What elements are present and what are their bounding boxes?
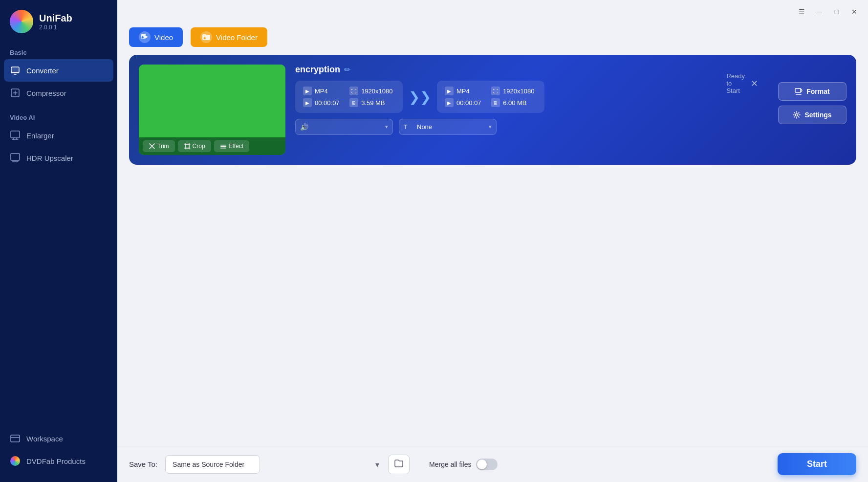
output-format: MP4 bbox=[456, 88, 470, 95]
video-card: Trim Crop bbox=[129, 55, 856, 165]
source-size: 3.59 MB bbox=[361, 99, 385, 107]
audio-select[interactable] bbox=[295, 119, 393, 135]
audio-select-wrapper: 🔊 ▾ bbox=[295, 119, 393, 135]
sidebar-item-converter[interactable]: Converter bbox=[4, 59, 113, 82]
menu-button[interactable]: ☰ bbox=[794, 4, 809, 20]
effect-button[interactable]: Effect bbox=[214, 140, 249, 152]
source-res-icon: ⛶ bbox=[349, 87, 358, 95]
content-area: Trim Crop bbox=[117, 55, 868, 446]
source-size-item: 🗎 3.59 MB bbox=[349, 98, 395, 107]
browse-folder-button[interactable] bbox=[388, 455, 410, 474]
add-folder-icon bbox=[200, 31, 212, 43]
source-size-icon: 🗎 bbox=[349, 98, 358, 107]
app-name: UniFab bbox=[39, 12, 72, 24]
source-play-icon: ▶ bbox=[303, 87, 312, 95]
edit-title-icon[interactable]: ✏ bbox=[344, 65, 350, 74]
sidebar-item-dvdfab[interactable]: DVDFab Products bbox=[0, 450, 117, 472]
ready-label: Ready to Start bbox=[726, 72, 745, 94]
dvdfab-icon bbox=[10, 456, 21, 466]
sidebar-item-hdr-upscaler[interactable]: HDR Upscaler bbox=[0, 147, 117, 169]
compressor-icon bbox=[10, 88, 21, 98]
logo-area: UniFab 2.0.0.1 bbox=[0, 0, 117, 45]
crop-button[interactable]: Crop bbox=[178, 140, 211, 152]
video-controls-bar: Trim Crop bbox=[139, 137, 285, 155]
svg-rect-3 bbox=[11, 131, 20, 138]
crop-label: Crop bbox=[193, 143, 205, 150]
video-info: encryption ✏ ▶ MP4 ⛶ 1920x1080 bbox=[295, 65, 846, 135]
svg-rect-10 bbox=[220, 148, 226, 149]
video-preview bbox=[139, 65, 285, 137]
add-video-button[interactable]: Video bbox=[129, 27, 183, 47]
trim-button[interactable]: Trim bbox=[143, 140, 175, 152]
merge-section: Merge all files bbox=[429, 459, 498, 470]
hdr-icon bbox=[10, 153, 21, 163]
window-controls: ☰ ─ □ ✕ bbox=[794, 4, 862, 20]
output-info-box: ▶ MP4 ⛶ 1920x1080 ▶ 00:00:07 bbox=[437, 81, 544, 113]
save-location-wrapper: Same as Source Folder ▾ bbox=[165, 455, 384, 474]
app-version: 2.0.0.1 bbox=[39, 24, 72, 31]
svg-rect-9 bbox=[220, 146, 226, 147]
save-to-label: Save To: bbox=[129, 460, 157, 468]
subtitle-select-wrapper: T None ▾ bbox=[399, 119, 497, 135]
output-size: 6.00 MB bbox=[503, 99, 526, 107]
workspace-icon bbox=[10, 433, 21, 444]
svg-point-12 bbox=[796, 114, 798, 116]
output-dur-icon: ▶ bbox=[445, 98, 454, 107]
enlarger-label: Enlarger bbox=[26, 131, 54, 140]
format-btn-label: Format bbox=[806, 88, 829, 95]
source-info-box: ▶ MP4 ⛶ 1920x1080 ▶ 00:00:07 bbox=[295, 81, 403, 113]
output-resolution-item: ⛶ 1920x1080 bbox=[491, 87, 537, 95]
close-button[interactable]: ✕ bbox=[846, 4, 862, 20]
output-format-item: ▶ MP4 bbox=[445, 87, 483, 95]
subtitle-select[interactable]: None bbox=[399, 119, 497, 135]
sidebar-item-compressor[interactable]: Compressor bbox=[0, 82, 117, 104]
output-res-icon: ⛶ bbox=[491, 87, 500, 95]
merge-label: Merge all files bbox=[429, 460, 471, 468]
svg-rect-6 bbox=[141, 34, 146, 39]
minimize-button[interactable]: ─ bbox=[811, 4, 827, 20]
ready-badge: Ready to Start ✕ bbox=[726, 72, 761, 94]
toolbar: Video Video Folder bbox=[117, 20, 868, 55]
video-title: encryption bbox=[295, 65, 340, 75]
svg-rect-8 bbox=[220, 145, 226, 146]
close-card-button[interactable]: ✕ bbox=[748, 77, 761, 90]
source-resolution: 1920x1080 bbox=[361, 88, 392, 95]
source-resolution-item: ⛶ 1920x1080 bbox=[349, 87, 395, 95]
source-dur-icon: ▶ bbox=[303, 98, 312, 107]
converter-label: Converter bbox=[26, 66, 59, 75]
start-button[interactable]: Start bbox=[778, 453, 856, 475]
source-format: MP4 bbox=[315, 88, 328, 95]
sidebar: UniFab 2.0.0.1 Basic Converter bbox=[0, 0, 117, 482]
bottom-bar: Save To: Same as Source Folder ▾ Merge a… bbox=[117, 446, 868, 482]
settings-button[interactable]: Settings bbox=[778, 106, 846, 124]
dvdfab-label: DVDFab Products bbox=[26, 457, 86, 465]
effect-label: Effect bbox=[229, 143, 243, 150]
output-play-icon: ▶ bbox=[445, 87, 454, 95]
output-duration: 00:00:07 bbox=[456, 99, 481, 107]
video-thumbnail: Trim Crop bbox=[139, 65, 285, 155]
svg-rect-4 bbox=[11, 153, 20, 160]
compressor-label: Compressor bbox=[26, 89, 66, 97]
svg-rect-11 bbox=[795, 88, 801, 92]
maximize-button[interactable]: □ bbox=[829, 4, 845, 20]
output-size-icon: 🗎 bbox=[491, 98, 500, 107]
save-to-select-wrap: Same as Source Folder ▾ bbox=[165, 455, 410, 474]
save-location-select[interactable]: Same as Source Folder bbox=[165, 455, 260, 474]
conversion-row: ▶ MP4 ⛶ 1920x1080 ▶ 00:00:07 bbox=[295, 81, 846, 113]
video-title-row: encryption ✏ bbox=[295, 65, 846, 75]
format-button[interactable]: Format bbox=[778, 82, 846, 101]
source-format-item: ▶ MP4 bbox=[303, 87, 342, 95]
output-size-item: 🗎 6.00 MB bbox=[491, 98, 537, 107]
hdr-label: HDR Upscaler bbox=[26, 154, 73, 162]
source-duration-item: ▶ 00:00:07 bbox=[303, 98, 342, 107]
sidebar-item-enlarger[interactable]: Enlarger bbox=[0, 124, 117, 147]
media-selects: 🔊 ▾ T None ▾ bbox=[295, 119, 846, 135]
trim-label: Trim bbox=[157, 143, 169, 150]
converter-icon bbox=[10, 65, 21, 76]
conversion-arrow: ❯❯ bbox=[403, 89, 437, 105]
merge-toggle[interactable] bbox=[476, 459, 498, 470]
sidebar-item-workspace[interactable]: Workspace bbox=[0, 427, 117, 450]
add-folder-label: Video Folder bbox=[216, 33, 258, 42]
svg-rect-1 bbox=[12, 67, 19, 72]
add-folder-button[interactable]: Video Folder bbox=[191, 27, 267, 47]
